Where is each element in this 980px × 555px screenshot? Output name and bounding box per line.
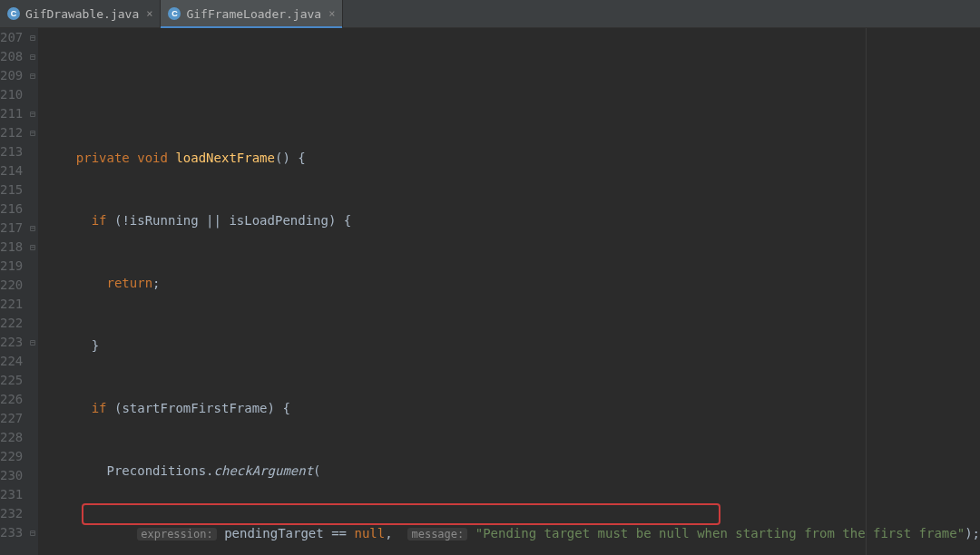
code-line: if (startFromFirstFrame) { <box>45 399 980 418</box>
close-icon[interactable]: × <box>146 7 152 20</box>
line-number: 233 <box>0 523 23 542</box>
highlight-box <box>82 503 720 525</box>
line-number: 230 <box>0 466 23 485</box>
code-area[interactable]: private void loadNextFrame() { if (!isRu… <box>38 28 980 555</box>
line-number: 217 <box>0 219 23 238</box>
line-number: 214 <box>0 161 23 180</box>
line-number: 213 <box>0 142 23 161</box>
line-number: 225 <box>0 371 23 390</box>
fold-marker-icon[interactable]: ⊟ <box>30 47 35 66</box>
code-line: expression: pendingTarget == null, messa… <box>45 524 980 543</box>
editor-area: 2072082092102112122132142152162172182192… <box>0 28 980 555</box>
right-margin-guide <box>866 28 867 555</box>
line-number: 215 <box>0 180 23 200</box>
code-line: Preconditions.checkArgument( <box>45 462 980 481</box>
fold-gutter: ⊟⊟⊟⊟⊟⊟⊟⊟⊟ <box>30 28 38 555</box>
fold-marker-icon[interactable]: ⊟ <box>30 238 35 257</box>
line-number-gutter: 2072082092102112122132142152162172182192… <box>0 28 30 555</box>
fold-marker-icon[interactable]: ⊟ <box>30 104 35 123</box>
line-number: 221 <box>0 295 23 314</box>
java-class-icon: C <box>168 7 181 20</box>
line-number: 208 <box>0 47 23 66</box>
tab-label: GifFrameLoader.java <box>186 7 321 21</box>
tab-label: GifDrawable.java <box>25 7 139 21</box>
line-number: 218 <box>0 238 23 257</box>
code-line <box>45 86 980 105</box>
fold-marker-icon[interactable]: ⊟ <box>30 333 35 352</box>
fold-marker-icon[interactable]: ⊟ <box>30 219 35 238</box>
line-number: 231 <box>0 485 23 504</box>
line-number: 229 <box>0 447 23 466</box>
param-hint: expression: <box>137 528 216 540</box>
code-line: } <box>45 336 980 355</box>
line-number: 224 <box>0 352 23 371</box>
line-number: 216 <box>0 200 23 219</box>
line-number: 211 <box>0 104 23 123</box>
fold-marker-icon[interactable]: ⊟ <box>30 123 35 142</box>
code-line: private void loadNextFrame() { <box>45 149 980 168</box>
code-line: return; <box>45 274 980 293</box>
line-number: 210 <box>0 85 23 104</box>
tab-bar: C GifDrawable.java × C GifFrameLoader.ja… <box>0 0 980 28</box>
tab-gifframeloader[interactable]: C GifFrameLoader.java × <box>161 0 343 27</box>
fold-marker-icon[interactable]: ⊟ <box>30 66 35 85</box>
line-number: 223 <box>0 333 23 352</box>
line-number: 232 <box>0 504 23 523</box>
fold-marker-icon[interactable]: ⊟ <box>30 523 35 542</box>
line-number: 227 <box>0 409 23 428</box>
line-number: 212 <box>0 123 23 142</box>
line-number: 222 <box>0 314 23 333</box>
line-number: 207 <box>0 28 23 47</box>
fold-marker-icon[interactable]: ⊟ <box>30 28 35 47</box>
line-number: 228 <box>0 428 23 447</box>
close-icon[interactable]: × <box>328 7 335 20</box>
param-hint: message: <box>407 528 467 540</box>
line-number: 219 <box>0 257 23 276</box>
line-number: 220 <box>0 276 23 295</box>
line-number: 226 <box>0 390 23 409</box>
line-number: 209 <box>0 66 23 85</box>
tab-gifdrawable[interactable]: C GifDrawable.java × <box>0 0 161 27</box>
code-line: if (!isRunning || isLoadPending) { <box>45 211 980 230</box>
java-class-icon: C <box>7 7 20 20</box>
editor-root: C GifDrawable.java × C GifFrameLoader.ja… <box>0 0 980 555</box>
